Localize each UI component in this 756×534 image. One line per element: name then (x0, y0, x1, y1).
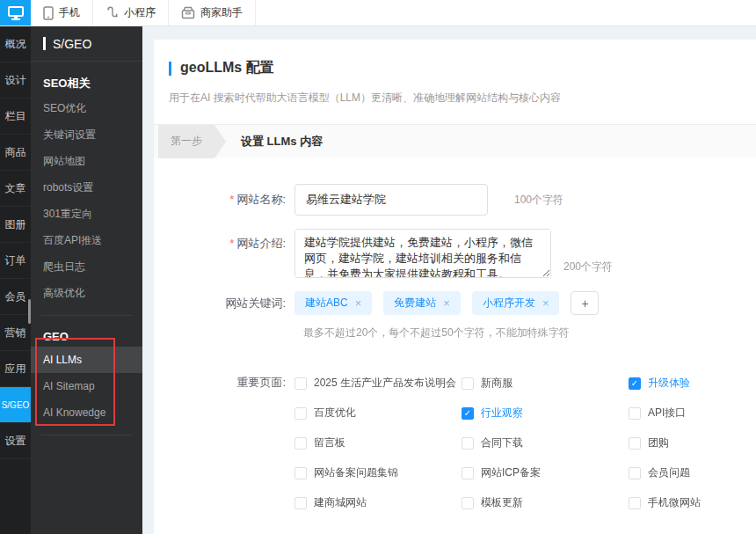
keyword-tag-label: 免费建站 (394, 296, 436, 311)
sidebar-item-文章[interactable]: 文章 (0, 171, 31, 207)
page-checkbox-label: 合同下载 (481, 435, 523, 450)
subsidebar-item-高级优化[interactable]: 高级优化 (31, 280, 142, 306)
page-subtitle: 用于在AI 搜索时代帮助大语言模型（LLM）更清晰、准确地理解网站结构与核心内容 (169, 91, 756, 106)
important-pages-grid: 2025 生活产业产品发布说明会新商服✓升级体验百度优化✓行业观察API接口留言… (294, 376, 756, 510)
checkbox-icon[interactable] (294, 497, 307, 509)
page-checkbox-item[interactable]: 团购 (629, 435, 756, 450)
page-checkbox-item[interactable]: 建商城网站 (294, 495, 462, 510)
remove-tag-icon[interactable]: × (355, 296, 362, 310)
page-checkbox-item[interactable]: 会员问题 (629, 465, 756, 480)
page-title-accent-bar (169, 62, 171, 76)
page-checkbox-item[interactable]: 2025 生活产业产品发布说明会 (294, 376, 462, 391)
checkbox-checked-icon[interactable]: ✓ (629, 377, 641, 390)
checkbox-checked-icon[interactable]: ✓ (462, 407, 474, 420)
sidebar-item-会员[interactable]: 会员 (0, 279, 31, 315)
page-checkbox-label: 升级体验 (648, 376, 690, 391)
remove-tag-icon[interactable]: × (443, 296, 450, 310)
sidebar-item-栏目[interactable]: 栏目 (0, 99, 31, 135)
checkbox-icon[interactable] (294, 407, 307, 420)
page-checkbox-label: 新商服 (481, 376, 512, 391)
subsidebar-item-百度API推送[interactable]: 百度API推送 (31, 227, 142, 253)
required-asterisk: * (229, 193, 234, 206)
step-badge: 第一步 (158, 125, 214, 158)
page-checkbox-item[interactable]: 百度优化 (294, 406, 462, 421)
site-intro-label: *网站介绍: (154, 229, 294, 278)
subsidebar-item-爬虫日志[interactable]: 爬虫日志 (31, 253, 142, 280)
keyword-tag-label: 建站ABC (305, 296, 348, 311)
keyword-tag: 建站ABC× (294, 291, 372, 315)
checkbox-icon[interactable] (294, 467, 307, 479)
subsidebar-section-GEO[interactable]: GEO (31, 316, 142, 347)
phone-icon (43, 6, 54, 20)
content-card: geoLLMs 配置 用于在AI 搜索时代帮助大语言模型（LLM）更清晰、准确地… (154, 40, 756, 534)
tab-mobile[interactable]: 手机 (31, 0, 93, 26)
subsidebar-section-SEO相关[interactable]: SEO相关 (31, 62, 142, 95)
site-name-input[interactable] (294, 184, 488, 216)
remove-tag-icon[interactable]: × (542, 296, 549, 310)
subsidebar-item-301重定向[interactable]: 301重定向 (31, 201, 142, 227)
page-checkbox-item[interactable]: 模板更新 (462, 495, 629, 510)
page-checkbox-item[interactable]: 合同下载 (462, 435, 629, 450)
important-pages-label: 重要页面: (154, 376, 294, 510)
subsidebar-item-网站地图[interactable]: 网站地图 (31, 148, 142, 174)
page-checkbox-item[interactable]: 新商服 (462, 376, 629, 391)
keyword-tag: 免费建站× (383, 291, 461, 315)
tab-miniprogram[interactable]: 小程序 (93, 0, 169, 26)
subsidebar-item-AI LLMs[interactable]: AI LLMs (31, 347, 142, 373)
miniprogram-icon (105, 6, 119, 20)
add-keyword-button[interactable]: + (571, 291, 599, 315)
site-intro-row: *网站介绍: 建站学院提供建站，免费建站，小程序，微信网页，建站学院，建站培训相… (154, 229, 756, 278)
page-checkbox-label: API接口 (648, 406, 686, 421)
page-checkbox-label: 2025 生活产业产品发布说明会 (314, 376, 456, 391)
tab-miniprogram-label: 小程序 (124, 5, 156, 20)
sidebar-item-商品[interactable]: 商品 (0, 135, 31, 171)
sidebar-item-设置[interactable]: 设置 (0, 423, 31, 459)
checkbox-icon[interactable] (462, 437, 474, 450)
subsidebar-item-robots设置[interactable]: robots设置 (31, 174, 142, 201)
subsidebar-item-AI Knowedge[interactable]: AI Knowedge (31, 399, 142, 426)
checkbox-icon[interactable] (629, 437, 641, 450)
checkbox-icon[interactable] (462, 467, 474, 479)
keyword-tags: 建站ABC×免费建站×小程序开发×+ (294, 291, 599, 315)
top-bar: 手机 小程序 商家助手 (0, 0, 756, 26)
checkbox-icon[interactable] (629, 407, 641, 420)
page-checkbox-item[interactable]: ✓升级体验 (629, 376, 756, 391)
page-checkbox-label: 建商城网站 (314, 495, 367, 510)
step-title: 设置 LLMs 内容 (241, 134, 323, 150)
page-checkbox-item[interactable]: 手机微网站 (629, 495, 756, 510)
sidebar-item-S/GEO[interactable]: S/GEO (0, 387, 31, 423)
page-checkbox-item[interactable]: 留言板 (294, 435, 462, 450)
site-intro-textarea[interactable]: 建站学院提供建站，免费建站，小程序，微信网页，建站学院，建站培训相关的服务和信息… (294, 229, 551, 278)
site-name-row: *网站名称: 100个字符 (154, 184, 756, 216)
page-checkbox-item[interactable]: API接口 (629, 406, 756, 421)
sidebar-item-设计[interactable]: 设计 (0, 62, 31, 99)
checkbox-icon[interactable] (629, 467, 641, 479)
keywords-label: 网站关键词: (154, 291, 294, 315)
subsidebar-item-AI Sitemap[interactable]: AI Sitemap (31, 373, 142, 399)
tab-merchant-assistant[interactable]: 商家助手 (169, 0, 256, 26)
page-checkbox-label: 团购 (648, 435, 669, 450)
checkbox-icon[interactable] (294, 437, 307, 450)
sidebar-item-概况[interactable]: 概况 (0, 26, 31, 62)
page-checkbox-label: 手机微网站 (648, 495, 701, 510)
checkbox-icon[interactable] (462, 497, 474, 509)
subsidebar-item-关键词设置[interactable]: 关键词设置 (31, 121, 142, 148)
sidebar-item-图册[interactable]: 图册 (0, 207, 31, 243)
checkbox-icon[interactable] (294, 377, 307, 390)
checkbox-icon[interactable] (629, 497, 641, 509)
sidebar-item-营销[interactable]: 营销 (0, 315, 31, 351)
keyword-tag: 小程序开发× (472, 291, 560, 315)
page-title: geoLLMs 配置 (180, 59, 274, 77)
pc-view-tab[interactable] (0, 0, 31, 26)
page-checkbox-label: 网站ICP备案 (481, 465, 541, 480)
merchant-assistant-icon (181, 6, 195, 19)
subsidebar-item-SEO优化[interactable]: SEO优化 (31, 95, 142, 121)
site-intro-hint: 200个字符 (563, 260, 613, 274)
sidebar-item-订单[interactable]: 订单 (0, 243, 31, 279)
checkbox-icon[interactable] (462, 377, 474, 390)
tab-merchant-assistant-label: 商家助手 (200, 5, 243, 20)
page-checkbox-item[interactable]: 网站备案问题集锦 (294, 465, 462, 480)
page-checkbox-item[interactable]: ✓行业观察 (462, 406, 629, 421)
sidebar-item-应用[interactable]: 应用 (0, 351, 31, 387)
page-checkbox-item[interactable]: 网站ICP备案 (462, 465, 629, 480)
